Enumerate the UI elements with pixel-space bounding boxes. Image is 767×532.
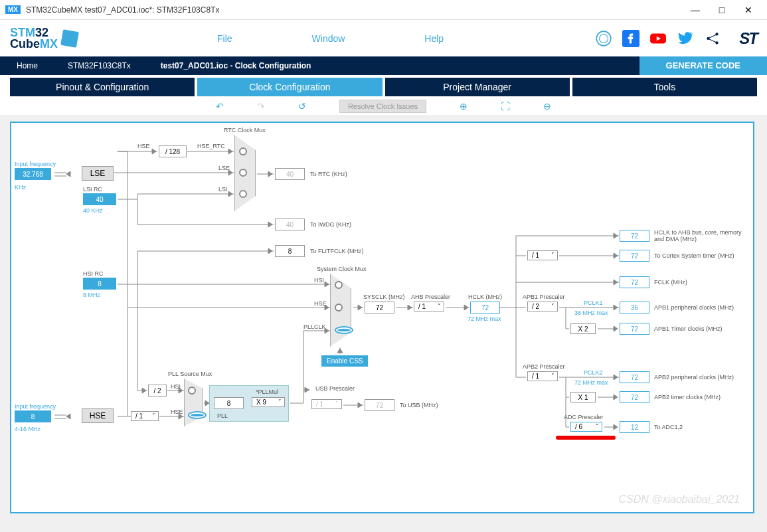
resolve-button[interactable]: Resolve Clock Issues bbox=[339, 100, 426, 113]
lse-freq-input[interactable]: 32.768 bbox=[15, 168, 51, 180]
menu-window[interactable]: Window bbox=[312, 33, 345, 44]
hclk-val[interactable]: 72 bbox=[470, 302, 500, 313]
facebook-icon[interactable] bbox=[622, 30, 639, 47]
reset-icon[interactable]: ↺ bbox=[298, 101, 306, 112]
redo-icon[interactable]: ↷ bbox=[257, 101, 265, 112]
st-logo: ST bbox=[739, 29, 757, 48]
adc-div-select[interactable]: / 6 bbox=[570, 422, 602, 432]
hsi-unit: 8 MHz bbox=[83, 292, 100, 298]
rtc-hse-div: / 128 bbox=[159, 145, 187, 157]
lsi-rc-label: LSI RC bbox=[83, 186, 102, 193]
svg-line-8 bbox=[709, 39, 716, 42]
rtc-hse-rtc-lbl: HSE_RTC bbox=[197, 143, 225, 149]
hse-range: 4-16 MHz bbox=[15, 426, 41, 432]
tab-clock[interactable]: Clock Configuration bbox=[197, 78, 382, 96]
fit-icon[interactable]: ⛶ bbox=[501, 101, 510, 112]
sysclk-val: 72 bbox=[365, 302, 394, 313]
generate-code-button[interactable]: GENERATE CODE bbox=[639, 56, 767, 75]
pll-radio-hsi[interactable] bbox=[188, 387, 196, 395]
hse-freq-input[interactable]: 8 bbox=[15, 410, 51, 422]
svg-point-1 bbox=[600, 34, 608, 43]
maximize-button[interactable]: □ bbox=[709, 0, 735, 20]
undo-icon[interactable]: ↶ bbox=[216, 101, 224, 112]
sys-radio-pllclk[interactable] bbox=[335, 326, 353, 334]
apb2-presc-lbl: APB2 Prescaler bbox=[523, 363, 565, 370]
menu-file[interactable]: File bbox=[217, 33, 232, 44]
sys-mux-title: System Clock Mux bbox=[317, 266, 367, 272]
pll-out-lbl: PLL bbox=[217, 412, 228, 419]
pll-radio-hse[interactable] bbox=[188, 411, 207, 419]
pll-hse-lbl: HSE bbox=[171, 408, 183, 415]
apb1-timer-lbl: APB1 Timer clocks (MHz) bbox=[654, 325, 723, 332]
menu-help[interactable]: Help bbox=[424, 33, 444, 44]
iwdg-val: 40 bbox=[275, 219, 305, 230]
apb2-div-select[interactable]: / 1 bbox=[527, 371, 558, 381]
enable-css-button[interactable]: Enable CSS bbox=[321, 355, 368, 367]
lsi-val: 40 bbox=[83, 193, 116, 205]
adc-val: 12 bbox=[620, 421, 649, 433]
zoom-in-icon[interactable]: ⊕ bbox=[460, 101, 468, 112]
pll-mul-select[interactable]: X 9 bbox=[252, 397, 285, 407]
apb1-periph-lbl: APB1 peripheral clocks (MHz) bbox=[654, 304, 734, 311]
pll-hsi-lbl: HSI bbox=[171, 383, 181, 390]
close-button[interactable]: ✕ bbox=[735, 0, 762, 20]
pll-mul-lbl: *PLLMul bbox=[256, 389, 278, 395]
out-hclk-ahb-val: 72 bbox=[620, 230, 649, 242]
crumb-chip[interactable]: STM32F103C8Tx bbox=[51, 56, 144, 75]
iwdg-lbl: To IWDG (KHz) bbox=[310, 221, 351, 228]
rtc-out-lbl: To RTC (KHz) bbox=[310, 171, 347, 177]
adc-presc-lbl: ADC Prescaler bbox=[564, 414, 604, 420]
header: STM32CubeMX File Window Help ST bbox=[0, 20, 767, 56]
apb1-div-select[interactable]: / 2 bbox=[527, 302, 558, 311]
flit-val: 8 bbox=[275, 245, 305, 257]
toolbar: ↶ ↷ ↺ Resolve Clock Issues ⊕ ⛶ ⊖ bbox=[0, 96, 767, 116]
usb-div-select[interactable]: / 1 bbox=[311, 399, 342, 409]
systimer-div-select[interactable]: / 1 bbox=[527, 250, 558, 260]
svg-point-0 bbox=[596, 31, 611, 46]
ahb-div-select[interactable]: / 1 bbox=[414, 302, 444, 311]
zoom-out-icon[interactable]: ⊖ bbox=[543, 101, 551, 112]
apb2-periph-lbl: APB2 peripheral clocks (MHz) bbox=[654, 374, 734, 381]
youtube-icon[interactable] bbox=[649, 30, 667, 47]
apb1-periph-val: 36 bbox=[620, 302, 649, 313]
rtc-radio-lsi[interactable] bbox=[239, 190, 247, 198]
share-icon[interactable] bbox=[704, 30, 721, 47]
pll-input-div-select[interactable]: / 1 bbox=[131, 411, 159, 421]
rtc-radio-hse[interactable] bbox=[239, 147, 247, 155]
clock-diagram[interactable]: Input frequency 32.768 KHz LSE LSI RC 40… bbox=[10, 122, 754, 513]
hclk-lbl: HCLK (MHz) bbox=[468, 294, 502, 300]
pll-input-val: 8 bbox=[214, 397, 244, 409]
hsi-val: 8 bbox=[83, 278, 116, 290]
out-cortex-lbl: To Cortex System timer (MHz) bbox=[654, 252, 734, 259]
sys-radio-hse[interactable] bbox=[335, 304, 343, 311]
apb1-max: 36 MHz max bbox=[574, 310, 608, 316]
rtc-lsi-lbl: LSI bbox=[218, 186, 228, 193]
minimize-button[interactable]: — bbox=[682, 0, 709, 20]
apb2-timer-val: 72 bbox=[620, 391, 649, 403]
tab-project[interactable]: Project Manager bbox=[385, 78, 570, 96]
social-icons: ST bbox=[595, 29, 757, 48]
watermark: CSDN @xiaobaibai_2021 bbox=[618, 493, 740, 505]
rtc-lse-lbl: LSE bbox=[218, 165, 230, 171]
crumb-file[interactable]: test07_ADC01.ioc - Clock Configuration bbox=[144, 56, 325, 75]
rtc-radio-lse[interactable] bbox=[239, 169, 247, 177]
out-cortex-val: 72 bbox=[620, 250, 649, 262]
sys-hse-lbl: HSE bbox=[314, 300, 327, 307]
pll-div2: / 2 bbox=[148, 385, 167, 397]
crumb-home[interactable]: Home bbox=[0, 56, 51, 75]
out-fclk-lbl: FCLK (MHz) bbox=[654, 279, 687, 286]
usb-lbl: To USB (MHz) bbox=[400, 402, 438, 408]
sys-pllclk-lbl: PLLCLK bbox=[303, 323, 326, 330]
hse-box: HSE bbox=[82, 408, 114, 423]
apb1-pclk-lbl: PCLK1 bbox=[584, 300, 603, 306]
apb2-periph-val: 72 bbox=[620, 371, 649, 383]
ahb-lbl: AHB Prescaler bbox=[411, 294, 450, 300]
st-community-icon[interactable] bbox=[595, 30, 612, 47]
twitter-icon[interactable] bbox=[677, 30, 694, 47]
tab-pinout[interactable]: Pinout & Configuration bbox=[10, 78, 195, 96]
window-title: STM32CubeMX test07_ADC01.ioc*: STM32F103… bbox=[26, 5, 682, 15]
pll-mux[interactable] bbox=[184, 379, 203, 426]
highlight-mark bbox=[556, 436, 616, 440]
tab-tools[interactable]: Tools bbox=[572, 78, 757, 96]
sys-radio-hsi[interactable] bbox=[335, 281, 343, 289]
